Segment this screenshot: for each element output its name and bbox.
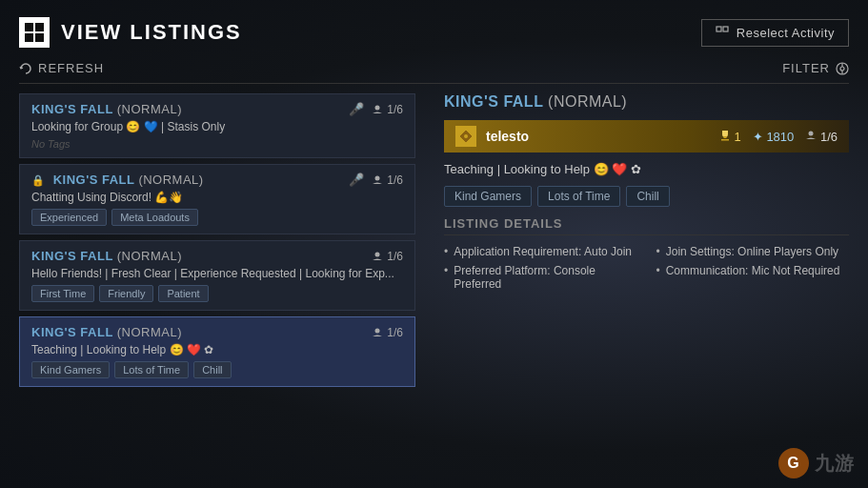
filter-label: FILTER <box>782 61 830 75</box>
tag: Meta Loadouts <box>111 209 198 226</box>
refresh-label: REFRESH <box>38 61 104 75</box>
listing-card[interactable]: 🔒 KING'S FALL (NORMAL) 🎤 1/6 <box>19 164 415 234</box>
detail-title: KING'S FALL (NORMAL) <box>444 93 849 111</box>
host-players: 1/6 <box>805 130 838 144</box>
listing-title: KING'S FALL (NORMAL) <box>31 249 182 263</box>
listing-header-right: 1/6 <box>372 250 403 263</box>
detail-item-label: Join Settings: Online Players Only <box>666 245 838 258</box>
trophy-icon <box>719 130 731 141</box>
listing-name: KING'S FALL <box>31 102 113 116</box>
tag: Experienced <box>31 209 107 226</box>
listing-header: 🔒 KING'S FALL (NORMAL) 🎤 1/6 <box>31 173 403 187</box>
svg-rect-3 <box>36 34 43 41</box>
svg-rect-0 <box>26 24 32 30</box>
detail-item: Preferred Platform: Console Preferred <box>444 264 637 291</box>
app-container: VIEW LISTINGS Reselect Activity REFRESH … <box>0 0 868 488</box>
detail-tag: Lots of Time <box>537 186 620 207</box>
svg-rect-5 <box>723 27 728 31</box>
detail-tags: Kind Gamers Lots of Time Chill <box>444 186 849 207</box>
listing-mode: (NORMAL) <box>117 102 182 116</box>
mic-icon: 🎤 <box>349 173 364 187</box>
listing-card[interactable]: KING'S FALL (NORMAL) 🎤 1/6 <box>19 93 415 158</box>
listing-tags: Kind Gamers Lots of Time Chill <box>31 361 403 378</box>
lock-icon: 🔒 <box>31 174 46 186</box>
header-left: VIEW LISTINGS <box>19 17 242 48</box>
listing-name: KING'S FALL <box>53 173 135 187</box>
reselect-icon <box>716 26 729 39</box>
detail-tag: Kind Gamers <box>444 186 532 207</box>
detail-item-label: Application Requirement: Auto Join <box>454 245 632 258</box>
tag: Chill <box>193 361 231 378</box>
listing-mode: (NORMAL) <box>117 325 182 339</box>
listing-mode: (NORMAL) <box>117 249 182 263</box>
host-stats: 1 ✦ 1810 1/6 <box>719 130 838 144</box>
app-icon <box>19 17 50 48</box>
players-icon <box>372 104 383 115</box>
svg-point-14 <box>464 134 468 138</box>
header: VIEW LISTINGS Reselect Activity <box>19 17 849 48</box>
refresh-icon <box>19 62 32 75</box>
filter-button[interactable]: FILTER <box>782 61 849 75</box>
svg-point-11 <box>375 175 380 180</box>
listing-title: 🔒 KING'S FALL (NORMAL) <box>31 173 204 187</box>
players-icon <box>372 251 383 262</box>
svg-point-12 <box>375 252 380 256</box>
tag: Lots of Time <box>114 361 189 378</box>
detail-item: Communication: Mic Not Required <box>656 264 850 291</box>
svg-rect-15 <box>723 136 726 138</box>
svg-rect-16 <box>721 139 729 141</box>
detail-description: Teaching | Looking to Help 😊 ❤️ ✿ <box>444 162 849 176</box>
players-count: 1/6 <box>372 326 403 339</box>
listing-description: Hello Friends! | Fresh Clear | Experienc… <box>31 267 403 280</box>
page-title: VIEW LISTINGS <box>61 20 242 45</box>
listing-mode: (NORMAL) <box>138 173 203 187</box>
players-count: 1/6 <box>372 250 403 263</box>
toolbar: REFRESH FILTER <box>19 61 849 84</box>
reselect-label: Reselect Activity <box>737 26 835 40</box>
detail-item-label: Preferred Platform: Console Preferred <box>454 264 636 291</box>
detail-panel: KING'S FALL (NORMAL) telesto <box>434 93 849 478</box>
listing-title: KING'S FALL (NORMAL) <box>31 102 182 116</box>
filter-icon <box>836 62 849 75</box>
listing-name: KING'S FALL <box>31 325 113 339</box>
detail-mode: (NORMAL) <box>548 93 627 110</box>
detail-tag: Chill <box>626 186 669 207</box>
tag: First Time <box>31 285 94 302</box>
listing-header: KING'S FALL (NORMAL) 🎤 1/6 <box>31 102 403 116</box>
reselect-button[interactable]: Reselect Activity <box>701 19 849 47</box>
refresh-button[interactable]: REFRESH <box>19 61 104 75</box>
players-count: 1/6 <box>372 173 403 187</box>
listing-tags: No Tags <box>31 138 403 150</box>
detail-item: Join Settings: Online Players Only <box>656 245 850 258</box>
svg-point-7 <box>840 67 844 71</box>
listing-details-header: LISTING DETAILS <box>444 216 849 235</box>
tag: Friendly <box>99 285 153 302</box>
main-content: KING'S FALL (NORMAL) 🎤 1/6 <box>19 93 849 478</box>
players-icon <box>372 327 383 338</box>
listing-card[interactable]: KING'S FALL (NORMAL) 1/6 Teaching <box>19 316 415 387</box>
host-icon <box>455 126 476 147</box>
listing-tags: Experienced Meta Loadouts <box>31 209 403 226</box>
host-players-icon <box>805 130 817 141</box>
mic-icon: 🎤 <box>349 102 364 116</box>
listing-tags: First Time Friendly Patient <box>31 285 403 302</box>
listing-details-grid: Application Requirement: Auto Join Join … <box>444 245 849 291</box>
listing-description: Chatting Using Discord! 💪👋 <box>31 191 403 204</box>
listing-name: KING'S FALL <box>31 249 113 263</box>
listing-card[interactable]: KING'S FALL (NORMAL) 1/6 Hello Fr <box>19 240 415 311</box>
host-trophies: 1 <box>719 130 741 144</box>
listings-panel: KING'S FALL (NORMAL) 🎤 1/6 <box>19 93 419 478</box>
detail-item-label: Communication: Mic Not Required <box>666 264 840 277</box>
host-name: telesto <box>486 129 710 144</box>
listing-description: Teaching | Looking to Help 😊 ❤️ ✿ <box>31 343 403 356</box>
listing-header-right: 🎤 1/6 <box>349 102 403 116</box>
svg-rect-1 <box>36 24 43 30</box>
listing-header-right: 🎤 1/6 <box>349 173 403 187</box>
tag: Patient <box>158 285 208 302</box>
tag: Kind Gamers <box>31 361 110 378</box>
listing-description: Looking for Group 😊 💙 | Stasis Only <box>31 120 403 133</box>
detail-name: KING'S FALL <box>444 93 543 110</box>
detail-item: Application Requirement: Auto Join <box>444 245 637 258</box>
destiny-icon <box>458 129 474 144</box>
players-count: 1/6 <box>372 103 403 116</box>
